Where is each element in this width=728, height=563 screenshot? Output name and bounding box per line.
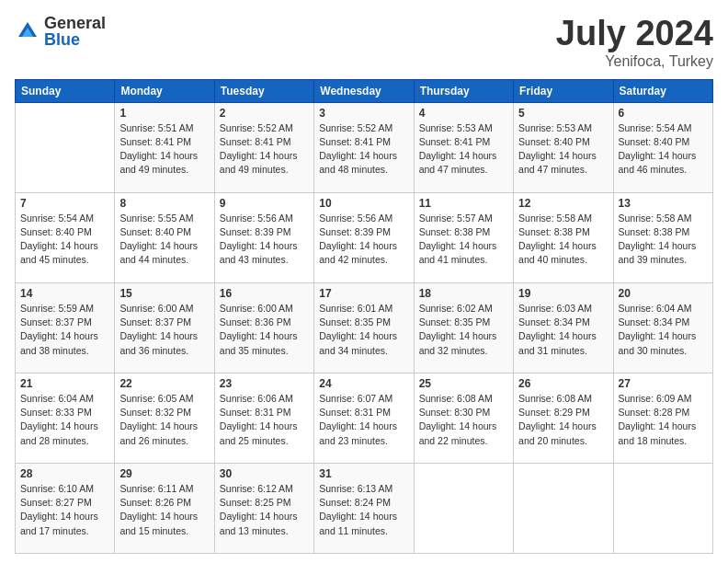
day-info: Sunrise: 6:07 AM Sunset: 8:31 PM Dayligh… [319, 392, 408, 448]
month-title: July 2024 [556, 15, 713, 53]
day-number: 10 [319, 197, 408, 210]
day-number: 11 [419, 197, 508, 210]
logo-text: General Blue [44, 15, 106, 48]
day-number: 18 [419, 287, 508, 300]
day-info: Sunrise: 5:56 AM Sunset: 8:39 PM Dayligh… [220, 212, 309, 268]
calendar-cell: 21Sunrise: 6:04 AM Sunset: 8:33 PM Dayli… [16, 373, 115, 463]
day-info: Sunrise: 5:58 AM Sunset: 8:38 PM Dayligh… [619, 212, 708, 268]
day-of-week-header: Saturday [613, 79, 712, 102]
calendar-cell: 11Sunrise: 5:57 AM Sunset: 8:38 PM Dayli… [414, 192, 513, 282]
calendar-cell: 22Sunrise: 6:05 AM Sunset: 8:32 PM Dayli… [115, 373, 214, 463]
calendar-week-row: 7Sunrise: 5:54 AM Sunset: 8:40 PM Daylig… [16, 192, 713, 282]
day-number: 19 [518, 287, 608, 300]
day-number: 17 [319, 287, 408, 300]
calendar-week-row: 1Sunrise: 5:51 AM Sunset: 8:41 PM Daylig… [16, 102, 713, 192]
calendar-cell: 15Sunrise: 6:00 AM Sunset: 8:37 PM Dayli… [115, 282, 214, 373]
calendar-cell: 10Sunrise: 5:56 AM Sunset: 8:39 PM Dayli… [314, 192, 414, 282]
calendar-cell: 24Sunrise: 6:07 AM Sunset: 8:31 PM Dayli… [314, 373, 414, 463]
calendar-cell: 17Sunrise: 6:01 AM Sunset: 8:35 PM Dayli… [314, 282, 414, 373]
calendar-cell: 28Sunrise: 6:10 AM Sunset: 8:27 PM Dayli… [16, 463, 115, 553]
day-info: Sunrise: 6:04 AM Sunset: 8:33 PM Dayligh… [20, 392, 109, 448]
day-info: Sunrise: 5:54 AM Sunset: 8:40 PM Dayligh… [20, 212, 109, 268]
day-of-week-header: Sunday [16, 79, 115, 102]
day-info: Sunrise: 5:52 AM Sunset: 8:41 PM Dayligh… [220, 121, 309, 178]
calendar-table: SundayMondayTuesdayWednesdayThursdayFrid… [15, 79, 713, 554]
header-row: SundayMondayTuesdayWednesdayThursdayFrid… [16, 79, 713, 102]
calendar-cell [414, 463, 513, 553]
logo-icon [15, 18, 40, 44]
day-number: 9 [220, 197, 309, 210]
calendar-cell: 20Sunrise: 6:04 AM Sunset: 8:34 PM Dayli… [613, 282, 712, 373]
day-info: Sunrise: 5:54 AM Sunset: 8:40 PM Dayligh… [619, 121, 708, 178]
day-info: Sunrise: 6:12 AM Sunset: 8:25 PM Dayligh… [220, 482, 309, 538]
calendar-cell: 8Sunrise: 5:55 AM Sunset: 8:40 PM Daylig… [115, 192, 214, 282]
day-info: Sunrise: 5:53 AM Sunset: 8:40 PM Dayligh… [518, 121, 608, 178]
day-info: Sunrise: 6:10 AM Sunset: 8:27 PM Dayligh… [20, 482, 109, 538]
day-info: Sunrise: 6:11 AM Sunset: 8:26 PM Dayligh… [119, 482, 209, 538]
day-number: 15 [119, 287, 209, 300]
calendar-cell: 26Sunrise: 6:08 AM Sunset: 8:29 PM Dayli… [514, 373, 613, 463]
day-number: 6 [619, 107, 708, 120]
day-info: Sunrise: 6:09 AM Sunset: 8:28 PM Dayligh… [619, 392, 708, 448]
day-info: Sunrise: 5:51 AM Sunset: 8:41 PM Dayligh… [119, 121, 209, 178]
day-number: 30 [220, 467, 309, 480]
day-number: 8 [119, 197, 209, 210]
day-info: Sunrise: 5:57 AM Sunset: 8:38 PM Dayligh… [419, 212, 508, 268]
logo-blue: Blue [44, 31, 106, 48]
day-info: Sunrise: 5:59 AM Sunset: 8:37 PM Dayligh… [20, 302, 109, 358]
day-number: 24 [319, 377, 408, 390]
calendar-cell: 31Sunrise: 6:13 AM Sunset: 8:24 PM Dayli… [314, 463, 414, 553]
day-of-week-header: Tuesday [214, 79, 313, 102]
day-number: 27 [619, 377, 708, 390]
day-info: Sunrise: 6:00 AM Sunset: 8:36 PM Dayligh… [220, 302, 309, 358]
day-number: 29 [119, 467, 209, 480]
day-number: 4 [419, 107, 508, 120]
day-info: Sunrise: 5:58 AM Sunset: 8:38 PM Dayligh… [518, 212, 608, 268]
calendar-cell: 14Sunrise: 5:59 AM Sunset: 8:37 PM Dayli… [16, 282, 115, 373]
day-info: Sunrise: 5:53 AM Sunset: 8:41 PM Dayligh… [419, 121, 508, 178]
calendar-cell: 9Sunrise: 5:56 AM Sunset: 8:39 PM Daylig… [214, 192, 313, 282]
day-number: 14 [20, 287, 109, 300]
day-number: 22 [119, 377, 209, 390]
day-number: 16 [220, 287, 309, 300]
day-number: 5 [518, 107, 608, 120]
calendar-cell: 19Sunrise: 6:03 AM Sunset: 8:34 PM Dayli… [514, 282, 613, 373]
day-info: Sunrise: 5:52 AM Sunset: 8:41 PM Dayligh… [319, 121, 408, 178]
calendar-body: 1Sunrise: 5:51 AM Sunset: 8:41 PM Daylig… [16, 102, 713, 553]
day-of-week-header: Wednesday [314, 79, 414, 102]
calendar-cell [514, 463, 613, 553]
calendar-cell: 5Sunrise: 5:53 AM Sunset: 8:40 PM Daylig… [514, 102, 613, 192]
day-of-week-header: Friday [514, 79, 613, 102]
calendar-week-row: 28Sunrise: 6:10 AM Sunset: 8:27 PM Dayli… [16, 463, 713, 553]
location-title: Yenifoca, Turkey [556, 53, 713, 70]
day-of-week-header: Thursday [414, 79, 513, 102]
calendar-cell [16, 102, 115, 192]
day-number: 2 [220, 107, 309, 120]
day-number: 31 [319, 467, 408, 480]
day-info: Sunrise: 6:08 AM Sunset: 8:29 PM Dayligh… [518, 392, 608, 448]
day-info: Sunrise: 5:55 AM Sunset: 8:40 PM Dayligh… [119, 212, 209, 268]
day-info: Sunrise: 5:56 AM Sunset: 8:39 PM Dayligh… [319, 212, 408, 268]
day-info: Sunrise: 6:00 AM Sunset: 8:37 PM Dayligh… [119, 302, 209, 358]
day-number: 28 [20, 467, 109, 480]
calendar-cell: 25Sunrise: 6:08 AM Sunset: 8:30 PM Dayli… [414, 373, 513, 463]
calendar-cell: 16Sunrise: 6:00 AM Sunset: 8:36 PM Dayli… [214, 282, 313, 373]
calendar-cell [613, 463, 712, 553]
title-block: July 2024 Yenifoca, Turkey [556, 15, 713, 70]
logo-general: General [44, 15, 106, 31]
calendar-cell: 6Sunrise: 5:54 AM Sunset: 8:40 PM Daylig… [613, 102, 712, 192]
calendar-week-row: 21Sunrise: 6:04 AM Sunset: 8:33 PM Dayli… [16, 373, 713, 463]
day-info: Sunrise: 6:08 AM Sunset: 8:30 PM Dayligh… [419, 392, 508, 448]
logo: General Blue [15, 15, 106, 48]
calendar-cell: 7Sunrise: 5:54 AM Sunset: 8:40 PM Daylig… [16, 192, 115, 282]
calendar-cell: 2Sunrise: 5:52 AM Sunset: 8:41 PM Daylig… [214, 102, 313, 192]
day-info: Sunrise: 6:06 AM Sunset: 8:31 PM Dayligh… [220, 392, 309, 448]
day-number: 7 [20, 197, 109, 210]
calendar-header: SundayMondayTuesdayWednesdayThursdayFrid… [16, 79, 713, 102]
calendar-cell: 29Sunrise: 6:11 AM Sunset: 8:26 PM Dayli… [115, 463, 214, 553]
day-number: 26 [518, 377, 608, 390]
calendar-cell: 13Sunrise: 5:58 AM Sunset: 8:38 PM Dayli… [613, 192, 712, 282]
day-info: Sunrise: 6:01 AM Sunset: 8:35 PM Dayligh… [319, 302, 408, 358]
day-number: 21 [20, 377, 109, 390]
calendar-cell: 30Sunrise: 6:12 AM Sunset: 8:25 PM Dayli… [214, 463, 313, 553]
